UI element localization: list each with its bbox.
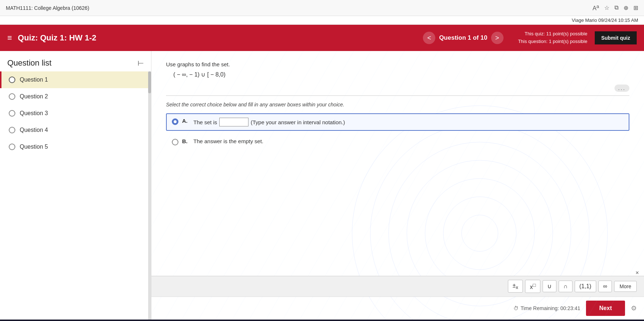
toolbar-superscript-button[interactable]: x□ [525, 280, 540, 293]
choice-b-text: The answer is the empty set. [193, 138, 263, 144]
question-nav: < Question 1 of 10 > [423, 32, 503, 44]
divider [166, 95, 629, 96]
user-bar: Viage Mario 09/24/24 10:15 AM [0, 16, 644, 25]
math-toolbar: × ±x x□ ∪ ∩ (1,1) ∞ More [151, 276, 644, 297]
toolbar-close-icon[interactable]: × [636, 270, 639, 276]
next-question-button[interactable]: > [491, 32, 504, 44]
question-content: Use graphs to find the set. ( − ∞, − 1) … [151, 51, 644, 276]
taskbar: 9/24/2024 10:15 AM [0, 320, 644, 321]
user-info: Viage Mario 09/24/24 10:15 AM [572, 17, 638, 23]
toolbar-interval-button[interactable]: (1,1) [575, 281, 596, 292]
question-instruction: Use graphs to find the set. [166, 61, 629, 67]
question-1-radio [9, 77, 15, 83]
settings-icon[interactable]: ⊕ [624, 4, 628, 11]
choice-a-text: The set is (Type your answer in interval… [193, 118, 345, 126]
question-5-label: Question 5 [20, 144, 48, 150]
toolbar-plus-minus-button[interactable]: ±x [508, 280, 523, 293]
question-counter: Question 1 of 10 [439, 34, 487, 42]
sidebar: Question list ⊢ Question 1 Question 2 Qu… [0, 51, 151, 320]
select-instruction: Select the correct choice below and fill… [166, 102, 629, 107]
choice-a-option[interactable]: A. The set is (Type your answer in inter… [166, 113, 629, 131]
question-2-label: Question 2 [20, 93, 48, 100]
browser-icons: Aa ☆ ⧉ ⊕ ⊞ [593, 4, 638, 12]
tab-icon[interactable]: ⧉ [614, 4, 618, 11]
sidebar-item-question-3[interactable]: Question 3 [0, 105, 151, 122]
sidebar-title: Question list [7, 58, 51, 68]
question-4-radio [9, 127, 15, 133]
choice-a-radio[interactable] [172, 118, 178, 125]
choice-a-input[interactable] [219, 118, 248, 126]
more-dots-container: ... [166, 85, 629, 92]
sidebar-item-question-2[interactable]: Question 2 [0, 88, 151, 105]
question-points: This question: 1 point(s) possible [518, 38, 587, 46]
choice-b-option[interactable]: B. The answer is the empty set. [166, 134, 629, 150]
sidebar-collapse-button[interactable]: ⊢ [138, 59, 144, 67]
browser-bar: MATH1111: College Algebra (10626) Aa ☆ ⧉… [0, 0, 644, 16]
question-3-radio [9, 110, 15, 117]
toolbar-infinity-button[interactable]: ∞ [598, 281, 612, 292]
quiz-points: This quiz: 11 point(s) possible [518, 30, 587, 38]
sidebar-item-question-4[interactable]: Question 4 [0, 122, 151, 138]
choice-b-radio[interactable] [172, 139, 178, 145]
choice-b-label: B. [182, 138, 188, 144]
quiz-title: Quiz: Quiz 1: HW 1-2 [18, 33, 423, 43]
choice-a-label: A. [182, 118, 188, 124]
toolbar-more-button[interactable]: More [614, 281, 637, 292]
sidebar-item-question-1[interactable]: Question 1 [0, 71, 151, 88]
main-layout: Question list ⊢ Question 1 Question 2 Qu… [0, 51, 644, 320]
quiz-info: This quiz: 11 point(s) possible This que… [518, 30, 587, 46]
menu-icon[interactable]: ≡ [7, 33, 12, 43]
math-expression: ( − ∞, − 1) ∪ [ − 8,0) [173, 71, 629, 78]
scrollbar-thumb[interactable] [148, 71, 151, 93]
browser-title: MATH1111: College Algebra (10626) [6, 5, 89, 11]
extensions-icon[interactable]: ⊞ [633, 4, 638, 11]
question-2-radio [9, 93, 15, 100]
sidebar-item-question-5[interactable]: Question 5 [0, 138, 151, 155]
bookmark-icon[interactable]: ☆ [604, 4, 609, 11]
content-area: Use graphs to find the set. ( − ∞, − 1) … [151, 51, 644, 320]
toolbar-intersection-button[interactable]: ∩ [559, 281, 572, 292]
font-size-icon[interactable]: Aa [593, 4, 599, 12]
submit-quiz-button[interactable]: Submit quiz [595, 31, 637, 44]
question-3-label: Question 3 [20, 110, 48, 117]
question-5-radio [9, 144, 15, 150]
sidebar-header: Question list ⊢ [0, 51, 151, 71]
more-options-button[interactable]: ... [614, 85, 629, 92]
scrollbar-track [148, 71, 151, 320]
toolbar-union-button[interactable]: ∪ [543, 280, 556, 292]
prev-question-button[interactable]: < [423, 32, 435, 44]
sidebar-scroll[interactable]: Question 1 Question 2 Question 3 Questio… [0, 71, 151, 320]
header: ≡ Quiz: Quiz 1: HW 1-2 < Question 1 of 1… [0, 25, 644, 51]
question-1-label: Question 1 [20, 77, 48, 83]
question-4-label: Question 4 [20, 127, 48, 133]
